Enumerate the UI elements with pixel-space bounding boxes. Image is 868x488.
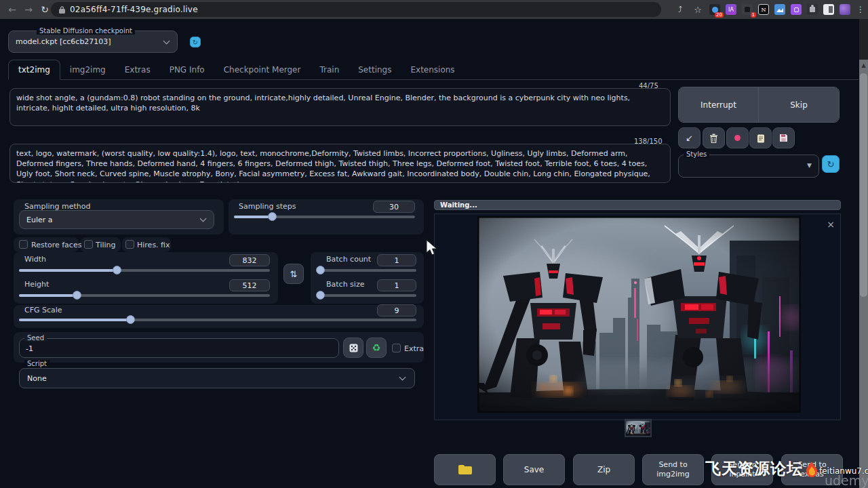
zip-button[interactable]: Zip <box>573 454 635 485</box>
extra-seed-label: Extra <box>404 344 424 353</box>
url-text: 02a56ff4-71ff-439e.gradio.live <box>70 5 198 14</box>
sampling-steps-input[interactable]: 30 <box>373 201 415 213</box>
result-gallery: × <box>434 214 841 420</box>
width-label: Width <box>24 255 46 264</box>
ext-globe-icon[interactable] <box>840 4 850 15</box>
negative-prompt-textarea[interactable]: text, logo, watermark, (worst quality, l… <box>9 144 671 183</box>
ext-image-icon[interactable] <box>774 4 785 15</box>
tiling-checkbox[interactable] <box>84 240 93 249</box>
width-input[interactable]: 832 <box>229 254 270 266</box>
tab-checkpoint-merger[interactable]: Checkpoint Merger <box>214 60 311 79</box>
clear-prompt-button[interactable] <box>703 127 725 148</box>
checkpoint-label: Stable Diffusion checkpoint <box>37 27 135 35</box>
ext-notion-icon[interactable]: N <box>758 4 769 15</box>
hires-fix-checkbox[interactable] <box>125 240 134 249</box>
extra-networks-button[interactable] <box>726 127 749 148</box>
open-folder-button[interactable] <box>434 454 496 485</box>
tab-png-info[interactable]: PNG Info <box>160 60 214 79</box>
checkpoint-value: model.ckpt [cc6cb27103] <box>16 37 111 46</box>
ext-puzzle-icon[interactable] <box>807 4 818 15</box>
script-dropdown[interactable]: None <box>19 368 415 388</box>
progress-text: Waiting... <box>440 201 477 209</box>
recycle-icon: ♻ <box>372 342 381 353</box>
swap-dimensions-button[interactable]: ⇅ <box>283 264 304 284</box>
seed-input[interactable]: -1 <box>19 338 339 358</box>
batch-size-label: Batch size <box>326 280 364 289</box>
paste-params-button[interactable]: ↙ <box>678 127 701 148</box>
batch-count-slider[interactable] <box>317 269 416 272</box>
tab-txt2img[interactable]: txt2img <box>8 60 60 80</box>
seed-label: Seed <box>24 334 47 342</box>
pink-dot-icon <box>734 135 741 141</box>
extra-seed-checkbox[interactable] <box>392 344 401 352</box>
sampling-steps-label: Sampling steps <box>239 202 296 211</box>
scrollbar-thumb[interactable] <box>860 73 867 297</box>
tab-bar: txt2img img2img Extras PNG Info Checkpoi… <box>8 60 859 80</box>
sampling-steps-slider[interactable] <box>234 216 415 218</box>
cfg-slider[interactable] <box>19 319 416 321</box>
width-slider[interactable] <box>19 269 270 272</box>
skip-button[interactable]: Skip <box>759 87 839 122</box>
batch-count-input[interactable]: 1 <box>377 254 416 266</box>
tab-settings[interactable]: Settings <box>349 60 401 79</box>
ext-clip-icon[interactable] <box>791 4 802 15</box>
menu-dots-icon[interactable]: ⋮ <box>856 5 865 14</box>
clipboard-icon <box>757 134 765 143</box>
chevron-down-icon <box>200 216 207 222</box>
save-style-button[interactable] <box>772 127 795 148</box>
styles-label: Styles <box>684 150 709 158</box>
batch-size-input[interactable]: 1 <box>377 279 416 291</box>
trash-icon <box>709 134 718 143</box>
page-scrollbar[interactable]: ▲ <box>859 19 868 488</box>
generated-image[interactable] <box>477 216 801 413</box>
ext-badge: 1 <box>751 12 756 18</box>
sampling-method-dropdown[interactable]: Euler a <box>19 210 214 229</box>
chevron-down-icon <box>399 374 406 381</box>
save-button[interactable]: Save <box>503 454 565 485</box>
restore-faces-label: Restore faces <box>31 241 81 249</box>
bookmark-star-icon[interactable]: ☆ <box>692 5 704 15</box>
refresh-icon: ↻ <box>193 39 198 46</box>
checkpoint-refresh-button[interactable]: ↻ <box>190 37 201 47</box>
height-input[interactable]: 512 <box>229 279 270 291</box>
tab-extras[interactable]: Extras <box>115 60 160 79</box>
dice-icon <box>349 344 358 352</box>
apply-style-button[interactable] <box>749 127 772 148</box>
send-to-img2img-button[interactable]: Send toimg2img <box>642 454 704 485</box>
back-icon[interactable]: ← <box>4 4 20 15</box>
refresh-icon: ↻ <box>827 159 835 169</box>
height-label: Height <box>24 280 49 289</box>
forward-icon[interactable]: → <box>20 4 37 15</box>
restore-faces-checkbox[interactable] <box>19 240 28 249</box>
prompt-textarea[interactable]: wide shot angle, a (gundam:0.8) robot st… <box>9 88 671 126</box>
gallery-thumbnail[interactable] <box>626 420 650 436</box>
share-icon[interactable]: ⤴ <box>674 5 686 14</box>
reuse-seed-button[interactable]: ♻ <box>366 338 387 358</box>
ext-dark-icon[interactable]: 1 <box>742 4 753 15</box>
ext-badge: 20 <box>715 12 724 18</box>
ext-ia-icon[interactable]: IA <box>726 4 736 15</box>
script-value: None <box>27 374 47 383</box>
address-bar[interactable]: 02a56ff4-71ff-439e.gradio.live <box>51 2 661 17</box>
tab-extensions[interactable]: Extensions <box>401 60 464 79</box>
ext-sidebar-icon[interactable] <box>823 4 834 15</box>
run-buttons: Interrupt Skip <box>678 87 840 123</box>
styles-dropdown[interactable]: ▼ <box>678 155 819 178</box>
batch-size-slider[interactable] <box>317 294 416 297</box>
tab-train[interactable]: Train <box>310 60 349 79</box>
chevron-down-icon <box>163 38 170 45</box>
progress-bar: Waiting... <box>434 200 841 210</box>
cfg-input[interactable]: 9 <box>377 304 416 317</box>
swap-arrows-icon: ⇅ <box>290 269 298 279</box>
styles-refresh-button[interactable]: ↻ <box>822 155 840 173</box>
sampling-method-value: Euler a <box>26 216 53 224</box>
tab-img2img[interactable]: img2img <box>60 60 115 79</box>
lock-icon <box>59 6 65 14</box>
height-slider[interactable] <box>19 294 270 297</box>
interrupt-button[interactable]: Interrupt <box>679 87 759 122</box>
scrollbar-up-icon[interactable]: ▲ <box>859 61 868 70</box>
close-icon[interactable]: × <box>827 220 835 229</box>
random-seed-button[interactable] <box>343 338 363 358</box>
caret-down-icon: ▼ <box>807 162 812 169</box>
ext-colab-icon[interactable]: 20 <box>709 4 720 15</box>
